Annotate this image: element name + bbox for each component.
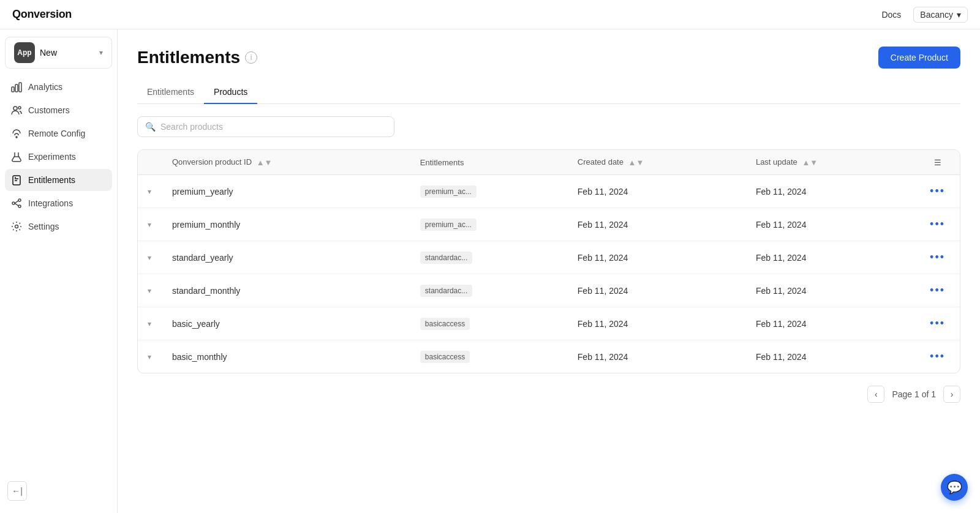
table-row: ▾ premium_yearly premium_ac... Feb 11, 2…	[138, 175, 960, 208]
workspace-selector[interactable]: Bacancy ▾	[913, 7, 968, 23]
chat-icon: 💬	[947, 480, 962, 495]
sidebar-item-entitlements[interactable]: Entitlements	[5, 169, 112, 191]
col-created-date-label: Created date	[578, 157, 624, 167]
row-more-button[interactable]: •••	[925, 349, 950, 364]
app-selector[interactable]: App New ▾	[5, 37, 112, 69]
row-last-update: Feb 11, 2024	[746, 241, 915, 274]
svg-rect-0	[12, 87, 14, 92]
col-entitlements: Entitlements	[410, 150, 568, 175]
search-icon: 🔍	[145, 122, 156, 132]
topnav: Qonversion Docs Bacancy ▾	[0, 0, 980, 29]
sidebar-item-analytics[interactable]: Analytics	[5, 76, 112, 98]
search-bar: 🔍	[137, 116, 394, 137]
row-expand-chevron[interactable]: ▾	[138, 241, 162, 274]
create-product-button[interactable]: Create Product	[878, 47, 960, 69]
row-expand-chevron[interactable]: ▾	[138, 307, 162, 340]
row-more-button[interactable]: •••	[925, 217, 950, 232]
sidebar-item-settings[interactable]: Settings	[5, 215, 112, 238]
chevron-down-icon: ▾	[148, 187, 151, 196]
customers-icon	[11, 105, 22, 116]
row-expand-chevron[interactable]: ▾	[138, 274, 162, 307]
row-product-id: basic_yearly	[162, 307, 410, 340]
docs-link[interactable]: Docs	[881, 10, 901, 20]
col-product-id-label: Qonversion product ID	[172, 157, 252, 167]
col-product-id[interactable]: Qonversion product ID ▲▼	[162, 150, 410, 175]
svg-line-11	[15, 201, 18, 203]
col-last-update-label: Last update	[756, 157, 797, 167]
row-entitlement: premium_ac...	[410, 175, 568, 208]
chevron-down-icon: ▾	[148, 353, 151, 361]
sidebar-item-remote-config[interactable]: Remote Config	[5, 122, 112, 144]
row-product-id: standard_yearly	[162, 241, 410, 274]
row-expand-chevron[interactable]: ▾	[138, 208, 162, 241]
row-entitlement: standardac...	[410, 274, 568, 307]
search-input[interactable]	[160, 122, 386, 132]
row-last-update: Feb 11, 2024	[746, 175, 915, 208]
sidebar-nav: Analytics Customers Remote Config	[0, 76, 117, 476]
entitlement-tag: basicaccess	[420, 318, 470, 330]
chat-bubble-button[interactable]: 💬	[941, 474, 968, 501]
chevron-down-icon: ▾	[148, 286, 151, 295]
row-created-date: Feb 11, 2024	[568, 175, 746, 208]
integrations-icon	[11, 198, 22, 209]
page-title-row: Entitlements i	[137, 48, 257, 67]
row-more-button[interactable]: •••	[925, 250, 950, 265]
entitlement-tag: premium_ac...	[420, 219, 477, 231]
table-header-row: Qonversion product ID ▲▼ Entitlements Cr…	[138, 150, 960, 175]
col-created-date[interactable]: Created date ▲▼	[568, 150, 746, 175]
pagination: ‹ Page 1 of 1 ›	[137, 386, 960, 403]
sidebar-label-integrations: Integrations	[28, 198, 73, 208]
topnav-right: Docs Bacancy ▾	[881, 7, 968, 23]
product-id-sort-icon: ▲▼	[257, 158, 273, 167]
table-row: ▾ standard_monthly standardac... Feb 11,…	[138, 274, 960, 307]
filter-columns-icon: ☰	[934, 158, 941, 167]
row-created-date: Feb 11, 2024	[568, 307, 746, 340]
sidebar-label-settings: Settings	[28, 222, 59, 231]
table-row: ▾ premium_monthly premium_ac... Feb 11, …	[138, 208, 960, 241]
last-update-sort-icon: ▲▼	[802, 158, 818, 167]
pagination-prev-button[interactable]: ‹	[867, 386, 884, 403]
sidebar-item-experiments[interactable]: Experiments	[5, 146, 112, 168]
table-row: ▾ standard_yearly standardac... Feb 11, …	[138, 241, 960, 274]
app-avatar: App	[14, 42, 35, 63]
col-filter[interactable]: ☰	[915, 150, 960, 175]
table-row: ▾ basic_yearly basicaccess Feb 11, 2024 …	[138, 307, 960, 340]
main-layout: App New ▾ Analytics Customers	[0, 29, 980, 513]
row-created-date: Feb 11, 2024	[568, 274, 746, 307]
col-last-update[interactable]: Last update ▲▼	[746, 150, 915, 175]
row-product-id: premium_yearly	[162, 175, 410, 208]
row-expand-chevron[interactable]: ▾	[138, 340, 162, 373]
sidebar-footer: ←|	[0, 476, 117, 506]
row-created-date: Feb 11, 2024	[568, 208, 746, 241]
app-logo: Qonversion	[12, 8, 72, 21]
sidebar-label-entitlements: Entitlements	[28, 175, 75, 185]
row-more-button[interactable]: •••	[925, 316, 950, 331]
workspace-chevron-icon: ▾	[957, 10, 961, 20]
sidebar-item-integrations[interactable]: Integrations	[5, 192, 112, 214]
chevron-down-icon: ▾	[148, 320, 151, 328]
settings-icon	[11, 221, 22, 232]
pagination-next-button[interactable]: ›	[943, 386, 960, 403]
collapse-sidebar-button[interactable]: ←|	[7, 481, 27, 501]
row-actions-cell: •••	[915, 307, 960, 340]
tab-products[interactable]: Products	[204, 81, 257, 104]
table-row: ▾ basic_monthly basicaccess Feb 11, 2024…	[138, 340, 960, 373]
sidebar-label-analytics: Analytics	[28, 82, 62, 92]
page-title: Entitlements	[137, 48, 240, 67]
row-actions-cell: •••	[915, 208, 960, 241]
col-chevron	[138, 150, 162, 175]
main-content: Entitlements i Create Product Entitlemen…	[118, 29, 980, 513]
svg-point-10	[18, 205, 21, 208]
row-expand-chevron[interactable]: ▾	[138, 175, 162, 208]
row-more-button[interactable]: •••	[925, 184, 950, 199]
tab-entitlements[interactable]: Entitlements	[137, 81, 204, 104]
row-last-update: Feb 11, 2024	[746, 274, 915, 307]
sidebar-label-remote-config: Remote Config	[28, 129, 85, 138]
row-entitlement: standardac...	[410, 241, 568, 274]
info-icon[interactable]: i	[245, 51, 257, 64]
chevron-down-icon: ▾	[148, 220, 151, 229]
sidebar-item-customers[interactable]: Customers	[5, 99, 112, 121]
tabs: Entitlements Products	[137, 81, 960, 104]
svg-point-5	[16, 137, 17, 138]
row-more-button[interactable]: •••	[925, 283, 950, 298]
